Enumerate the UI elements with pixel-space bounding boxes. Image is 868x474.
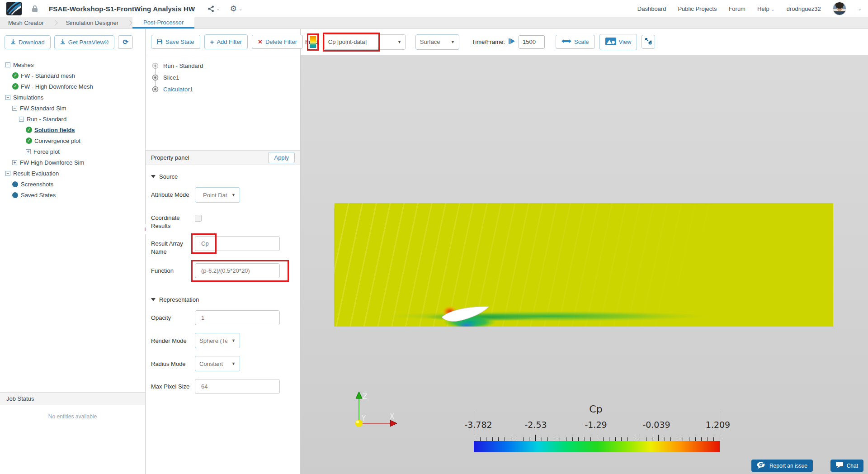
avatar[interactable] bbox=[833, 2, 846, 15]
tree-item[interactable]: Screenshots bbox=[5, 179, 145, 189]
chat-button[interactable]: Chat bbox=[830, 460, 863, 472]
function-input[interactable]: (p-6.2)/(0.5*20*20) bbox=[195, 263, 280, 278]
tree-item[interactable]: −Run - Standard bbox=[5, 114, 145, 124]
pipeline-item[interactable]: Run - Standard bbox=[152, 60, 300, 71]
add-filter-button[interactable]: + Add Filter bbox=[204, 34, 248, 49]
legend-tick bbox=[480, 437, 481, 441]
expand-icon[interactable]: + bbox=[12, 160, 17, 165]
collapse-icon[interactable]: − bbox=[19, 117, 24, 122]
header: FSAE-Workshop-S1-FrontWing Analysis HW ⌄… bbox=[0, 0, 868, 17]
download-button[interactable]: Download bbox=[5, 35, 51, 49]
render-viewport[interactable]: Z X Y Cp -3.782-2.53-1.29-0.0391.209 Rep… bbox=[301, 55, 868, 474]
tree-item-label: Convergence plot bbox=[34, 137, 80, 144]
share-button[interactable]: ⌄ bbox=[208, 5, 220, 12]
report-issue-button[interactable]: Report an issue bbox=[751, 460, 813, 472]
refresh-button[interactable]: ⟳ bbox=[118, 35, 133, 49]
z-axis-label: Z bbox=[363, 393, 367, 401]
tree-item[interactable]: −Result Evaluation bbox=[5, 168, 145, 178]
field-select[interactable]: Cp [point-data] ▼ bbox=[324, 34, 406, 50]
legend-tick-label: -3.782 bbox=[464, 420, 492, 430]
representation-select[interactable]: Surface ▼ bbox=[415, 34, 459, 50]
nav-help[interactable]: Help ⌄ bbox=[757, 5, 775, 12]
tree-item[interactable]: −FW Standard Sim bbox=[5, 103, 145, 113]
opacity-input[interactable]: 1 bbox=[195, 310, 280, 325]
tree-item[interactable]: −Simulations bbox=[5, 92, 145, 102]
max-pixel-size-input[interactable]: 64 bbox=[195, 379, 280, 394]
attribute-mode-select[interactable]: Point Data ▼ bbox=[195, 187, 240, 203]
view-button[interactable]: View bbox=[599, 34, 637, 50]
legend-tick bbox=[505, 437, 505, 441]
download-icon bbox=[60, 39, 66, 45]
chevron-down-icon: ▼ bbox=[231, 338, 236, 343]
collapse-icon[interactable]: − bbox=[5, 95, 10, 100]
tree-item[interactable]: ✓Convergence plot bbox=[5, 136, 145, 146]
legend-tick bbox=[572, 437, 573, 441]
tree-item[interactable]: Saved States bbox=[5, 190, 145, 200]
legend-tick bbox=[646, 437, 646, 441]
time-frame-input[interactable]: 1500 bbox=[519, 35, 545, 49]
result-array-name-input[interactable]: Cp bbox=[195, 236, 280, 251]
apply-button[interactable]: Apply bbox=[268, 152, 295, 163]
tab-mesh-creator[interactable]: Mesh Creator bbox=[0, 17, 52, 28]
scale-arrows-icon bbox=[561, 38, 571, 45]
pipeline-item-label[interactable]: Calculator1 bbox=[163, 86, 193, 93]
tree-item[interactable]: ✓FW - High Downforce Mesh bbox=[5, 81, 145, 91]
render-mode-select[interactable]: Sphere (Te ▼ bbox=[195, 333, 240, 348]
legend-tick bbox=[621, 437, 622, 441]
visibility-eye-icon[interactable] bbox=[152, 74, 159, 81]
tools-icon bbox=[645, 38, 652, 46]
interaction-tools-button[interactable] bbox=[642, 35, 655, 49]
legend-tick bbox=[689, 437, 689, 441]
legend-tick bbox=[547, 437, 548, 441]
tab-separator bbox=[52, 20, 58, 26]
tree-item[interactable]: +FW High Downforce Sim bbox=[5, 157, 145, 167]
coordinate-results-checkbox[interactable] bbox=[195, 215, 202, 222]
tree-item-label: Meshes bbox=[13, 62, 34, 68]
collapse-icon[interactable]: − bbox=[5, 62, 10, 67]
source-section-header[interactable]: Source bbox=[151, 173, 295, 180]
project-sidebar: Download Get ParaView® ⟳ −Meshes✓FW - St… bbox=[0, 29, 146, 474]
settings-button[interactable]: ⚙ ⌄ bbox=[230, 4, 243, 14]
legend-tick bbox=[670, 437, 671, 441]
nav-username[interactable]: drodriguez32 bbox=[787, 5, 821, 12]
tab-simulation-designer[interactable]: Simulation Designer bbox=[58, 17, 127, 28]
chevron-down-icon[interactable]: ⌄ bbox=[858, 6, 862, 11]
tab-post-processor[interactable]: Post-Processor bbox=[132, 17, 194, 28]
colormap-icon[interactable] bbox=[310, 36, 316, 48]
legend-tick bbox=[517, 437, 517, 441]
pipeline-item-label[interactable]: Slice1 bbox=[163, 74, 179, 81]
pipeline-item-label[interactable]: Run - Standard bbox=[163, 62, 203, 69]
tree-item[interactable]: ✓FW - Standard mesh bbox=[5, 71, 145, 81]
visibility-eye-icon[interactable] bbox=[152, 62, 159, 69]
pipeline-item[interactable]: Calculator1 bbox=[152, 83, 300, 95]
app-logo-icon[interactable] bbox=[6, 2, 22, 15]
tree-item[interactable]: ✓Solution fields bbox=[5, 125, 145, 135]
nav-public-projects[interactable]: Public Projects bbox=[678, 5, 717, 12]
legend-tick bbox=[695, 437, 696, 441]
delete-filter-button[interactable]: ✕ Delete Filter bbox=[252, 35, 303, 49]
nav-dashboard[interactable]: Dashboard bbox=[637, 5, 666, 12]
pipeline-toolbar: Save State + Add Filter ✕ Delete Filter bbox=[146, 29, 300, 55]
get-paraview-button[interactable]: Get ParaView® bbox=[54, 35, 115, 49]
radius-mode-select[interactable]: Constant ▼ bbox=[195, 356, 240, 371]
scale-button[interactable]: Scale bbox=[556, 35, 595, 49]
job-status-empty-message: No entities available bbox=[0, 405, 145, 474]
panel-resize-handle[interactable]: ‖ bbox=[144, 224, 147, 234]
orientation-axes: Z X Y bbox=[348, 389, 402, 436]
legend-tick bbox=[498, 437, 499, 441]
representation-section-header[interactable]: Representation bbox=[151, 296, 295, 303]
visibility-eye-icon[interactable] bbox=[152, 86, 159, 93]
pipeline-item[interactable]: Slice1 bbox=[152, 71, 300, 83]
tree-item[interactable]: −Meshes bbox=[5, 60, 145, 70]
legend-tick bbox=[560, 437, 560, 441]
collapse-icon[interactable]: − bbox=[5, 171, 10, 176]
legend-tick bbox=[492, 437, 493, 441]
expand-icon[interactable]: + bbox=[26, 149, 31, 154]
collapse-icon[interactable]: − bbox=[12, 106, 17, 111]
play-icon[interactable] bbox=[508, 38, 515, 46]
chevron-down-icon: ▼ bbox=[397, 40, 401, 44]
tree-item-label: FW - Standard mesh bbox=[21, 72, 75, 79]
nav-forum[interactable]: Forum bbox=[728, 5, 745, 12]
tree-item[interactable]: +Force plot bbox=[5, 147, 145, 156]
save-state-button[interactable]: Save State bbox=[151, 35, 200, 49]
